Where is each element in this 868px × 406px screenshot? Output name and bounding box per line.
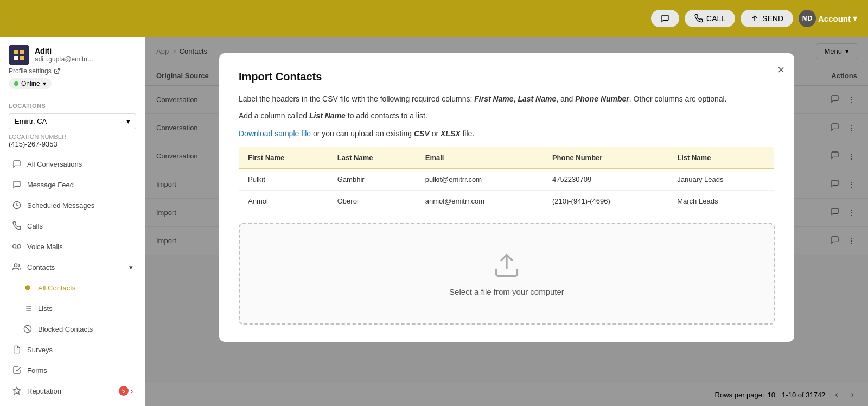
import-contacts-modal: × Import Contacts Label the headers in t… — [219, 53, 794, 342]
profile-settings-link[interactable]: Profile settings — [9, 67, 136, 75]
all-conversations-label: All Conversations — [27, 160, 82, 168]
surveys-label: Surveys — [27, 346, 53, 354]
status-chevron-icon: ▾ — [43, 80, 46, 87]
sidebar-item-calls[interactable]: Calls — [3, 216, 142, 236]
account-avatar: MD — [799, 10, 816, 27]
sidebar-item-message-feed[interactable]: Message Feed — [3, 175, 142, 194]
upload-text: Select a file from your computer — [449, 287, 564, 296]
sidebar: Aditi aditi.gupta@emitrr... Profile sett… — [0, 37, 145, 406]
contacts-label: Contacts — [27, 263, 55, 271]
cell-list: March Leads — [668, 190, 774, 212]
cell-phone: (210)-(941)-(4696) — [544, 190, 668, 212]
chat-button[interactable] — [651, 10, 679, 27]
location-name: Emirtr, CA — [15, 117, 47, 125]
reputation-badge-area: 5 › — [119, 386, 133, 396]
contacts-chevron-icon: ▾ — [129, 263, 133, 271]
location-chevron-icon: ▾ — [126, 117, 130, 125]
send-button[interactable]: SEND — [741, 10, 793, 27]
clock-icon — [12, 200, 22, 210]
cell-email: anmol@emitrr.com — [417, 190, 544, 212]
cell-email: pulkit@emitrr.com — [417, 168, 544, 190]
svg-point-3 — [13, 245, 16, 248]
table-row: Anmol Oberoi anmol@emitrr.com (210)-(941… — [239, 190, 775, 212]
contacts-icon — [12, 262, 22, 272]
profile-name: Aditi — [35, 47, 93, 55]
forms-icon — [12, 365, 22, 375]
avatar — [9, 45, 29, 65]
sidebar-item-voice-mails[interactable]: Voice Mails — [3, 237, 142, 256]
forms-label: Forms — [27, 366, 47, 375]
message-icon — [12, 180, 22, 189]
sidebar-item-contacts[interactable]: Contacts ▾ — [3, 257, 142, 277]
message-feed-label: Message Feed — [27, 181, 74, 189]
th-last-name: Last Name — [329, 147, 417, 168]
sidebar-item-scheduled-messages[interactable]: Scheduled Messages — [3, 195, 142, 215]
profile-settings-label: Profile settings — [9, 67, 52, 75]
th-email: Email — [417, 147, 544, 168]
reputation-badge: 5 — [119, 386, 129, 396]
file-upload-zone[interactable]: Select a file from your computer — [239, 223, 775, 325]
voice-mails-label: Voice Mails — [27, 243, 63, 251]
modal-list-name-desc: Add a column called List Name to add con… — [239, 111, 775, 120]
blocked-icon — [23, 324, 33, 334]
modal-close-button[interactable]: × — [777, 63, 784, 77]
modal-description: Label the headers in the CSV file with t… — [239, 93, 775, 105]
online-dot — [14, 81, 18, 86]
all-contacts-icon — [23, 283, 33, 293]
sample-data-table: First Name Last Name Email Phone Number … — [239, 147, 775, 212]
svg-line-15 — [25, 326, 30, 331]
svg-line-1 — [56, 69, 60, 72]
th-first-name: First Name — [239, 147, 329, 168]
sidebar-item-reputation[interactable]: Reputation 5 › — [3, 381, 142, 401]
th-list-name: List Name — [668, 147, 774, 168]
calls-icon — [12, 221, 22, 231]
call-label: CALL — [706, 14, 725, 23]
cell-last-name: Gambhir — [329, 168, 417, 190]
profile-section: Aditi aditi.gupta@emitrr... Profile sett… — [0, 37, 145, 97]
online-status[interactable]: Online ▾ — [9, 78, 52, 89]
account-label: Account — [818, 14, 851, 23]
table-row: Pulkit Gambhir pulkit@emitrr.com 4752230… — [239, 168, 775, 190]
modal-title: Import Contacts — [239, 71, 775, 83]
location-number: (415)-267-9353 — [0, 140, 145, 154]
all-contacts-label: All Contacts — [38, 284, 75, 292]
send-label: SEND — [762, 14, 783, 23]
cell-list: January Leads — [668, 168, 774, 190]
th-phone-number: Phone Number — [544, 147, 668, 168]
scheduled-messages-label: Scheduled Messages — [27, 201, 94, 210]
blocked-contacts-label: Blocked Contacts — [38, 325, 93, 333]
profile-email: aditi.gupta@emitrr... — [35, 55, 93, 63]
lists-label: Lists — [38, 304, 53, 313]
reputation-label: Reputation — [27, 387, 61, 395]
online-label: Online — [21, 80, 40, 87]
account-button[interactable]: MD Account ▾ — [799, 10, 857, 27]
reputation-icon — [12, 386, 22, 396]
app-header: CALL SEND MD Account ▾ — [0, 0, 868, 37]
sidebar-item-all-conversations[interactable]: All Conversations — [3, 154, 142, 174]
external-link-icon — [54, 68, 60, 74]
sidebar-item-blocked-contacts[interactable]: Blocked Contacts — [3, 319, 142, 339]
call-button[interactable]: CALL — [685, 10, 735, 27]
modal-download-desc: Download sample file or you can upload a… — [239, 128, 775, 139]
svg-point-6 — [14, 264, 17, 267]
cell-first-name: Anmol — [239, 190, 329, 212]
account-chevron-icon: ▾ — [853, 14, 857, 23]
sidebar-item-lists[interactable]: Lists — [3, 299, 142, 318]
sidebar-item-surveys[interactable]: Surveys — [3, 340, 142, 359]
sidebar-item-all-contacts[interactable]: All Contacts — [3, 278, 142, 297]
voicemail-icon — [12, 242, 22, 251]
upload-icon — [493, 251, 521, 280]
location-number-label: LOCATION NUMBER — [0, 134, 145, 140]
download-sample-link[interactable]: Download sample file — [239, 129, 311, 138]
svg-point-4 — [17, 245, 21, 248]
cell-phone: 4752230709 — [544, 168, 668, 190]
svg-point-7 — [25, 286, 30, 290]
modal-overlay: × Import Contacts Label the headers in t… — [145, 37, 868, 406]
reputation-chevron-icon: › — [131, 387, 133, 395]
chat-icon — [12, 159, 22, 169]
sidebar-item-forms[interactable]: Forms — [3, 360, 142, 380]
main-content: App > Contacts Menu ▾ Original Source Ac… — [145, 37, 868, 406]
svg-marker-16 — [13, 387, 20, 394]
location-selector[interactable]: Emirtr, CA ▾ — [9, 113, 136, 129]
lists-icon — [23, 303, 33, 313]
